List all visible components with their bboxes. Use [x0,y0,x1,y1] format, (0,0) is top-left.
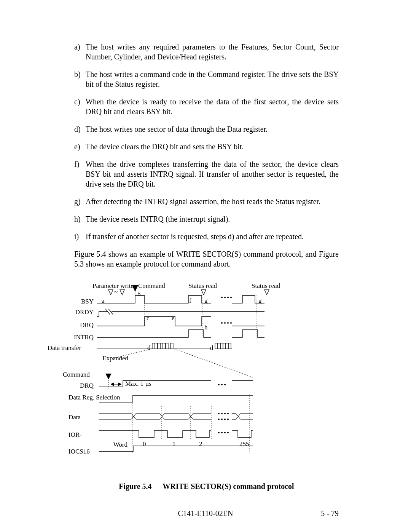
svg-rect-13 [166,343,168,349]
svg-rect-15 [170,343,173,349]
svg-point-35 [227,322,229,324]
footer-pagenum: 5 - 79 [321,509,339,518]
label-expanded: Expanded [102,355,128,362]
ann-a: a [102,297,105,305]
word-2: 2 [199,440,202,448]
list-item-c: c)When the device is ready to receive th… [74,97,339,117]
list-text: The device resets INTRQ (the interrupt s… [86,214,339,224]
label-data-reg-sel: Data Reg. Selection [68,394,120,401]
list-item-d: d)The host writes one sector of data thr… [74,124,339,134]
label-status-read-2: Status read [252,282,280,290]
list-text: The host writes one sector of data throu… [86,124,339,134]
svg-line-38 [174,349,253,377]
svg-marker-4 [264,290,269,295]
figure-title: WRITE SECTOR(S) command protocol [162,482,294,490]
svg-rect-9 [155,343,158,349]
list-item-a: a)The host writes any required parameter… [74,42,339,62]
list-text: After detecting the INTRQ signal asserti… [86,197,339,206]
svg-rect-19 [220,343,223,349]
svg-marker-0 [108,290,113,295]
ann-d2: d [210,344,213,352]
list-item-b: b)The host writes a command code in the … [74,69,339,89]
svg-marker-43 [118,383,121,386]
svg-point-76 [227,413,229,414]
list-text: If transfer of another sector is request… [86,232,339,241]
word-0: 0 [143,440,146,448]
ann-g2: g [258,297,262,305]
tilde-icon: ~ [114,288,118,296]
svg-point-32 [230,297,232,298]
label-command: Command [63,371,99,379]
figure-number: Figure 5.4 [119,482,151,490]
ann-g: g [204,297,208,305]
svg-rect-11 [160,343,163,349]
timing-diagram-figure: Parameter write Command Status read Stat… [74,280,339,471]
svg-point-33 [221,322,223,324]
svg-point-79 [224,419,226,420]
svg-rect-20 [223,343,226,349]
label-drq: DRQ [72,321,94,329]
list-label: g) [74,197,86,206]
list-text: The host writes a command code in the Co… [86,69,339,89]
svg-point-81 [218,432,220,433]
list-text: When the drive completes transferring th… [86,159,339,189]
list-label: d) [74,124,86,134]
svg-marker-42 [111,383,114,386]
word-255: 255 [239,440,249,448]
svg-point-82 [221,432,223,433]
svg-rect-21 [226,343,228,349]
svg-rect-17 [215,343,218,349]
list-label: f) [74,159,86,189]
list-label: a) [74,42,86,62]
label-data: Data [68,414,89,421]
ann-b: b [137,291,141,298]
list-text: The host writes any required parameters … [86,42,339,62]
svg-point-70 [218,384,220,385]
ann-max: Max. 1 µs [125,380,151,388]
label-word: Word [107,441,127,449]
svg-point-77 [218,419,220,420]
paragraph: Figure 5.4 shows an example of WRITE SEC… [74,249,339,269]
footer-docnum: C141-E110-02EN [178,509,233,518]
svg-rect-12 [163,343,166,349]
ann-c: c [147,315,150,322]
list-item-g: g)After detecting the INTRQ signal asser… [74,197,339,206]
label-drdy: DRDY [72,308,94,316]
list-text: The device clears the DRQ bit and sets t… [86,142,339,152]
label-iocs16: IOCS16 [68,448,97,455]
svg-point-30 [224,297,226,298]
figure-caption: Figure 5.4 WRITE SECTOR(S) command proto… [74,482,339,491]
label-parameter-write: Parameter write [92,282,134,290]
label-drq2: DRQ [72,382,94,390]
list-label: h) [74,214,86,224]
svg-point-78 [221,419,223,420]
svg-point-80 [227,419,229,420]
ann-e: e [172,315,175,322]
svg-point-84 [227,432,229,433]
list-item-f: f)When the drive completes transferring … [74,159,339,189]
label-ior: IOR- [68,431,89,439]
label-data-transfer: Data transfer [48,344,108,352]
ann-h: h [204,324,208,331]
list-label: i) [74,232,86,241]
svg-rect-18 [218,343,220,349]
ann-f: f [189,297,191,305]
svg-rect-22 [228,343,231,349]
list-label: b) [74,69,86,89]
list-item-i: i)If transfer of another sector is reque… [74,232,339,241]
svg-point-29 [221,297,223,298]
svg-point-73 [218,413,220,414]
svg-point-75 [224,413,226,414]
svg-point-83 [224,432,226,433]
svg-point-36 [230,322,232,324]
svg-point-31 [227,297,229,298]
svg-point-74 [221,413,223,414]
label-bsy: BSY [72,298,94,305]
list-label: e) [74,142,86,152]
list-text: When the device is ready to receive the … [86,97,339,117]
svg-rect-8 [152,343,155,349]
ann-d: d [147,344,151,352]
svg-point-72 [224,384,226,385]
svg-rect-10 [158,343,160,349]
list-label: c) [74,97,86,117]
